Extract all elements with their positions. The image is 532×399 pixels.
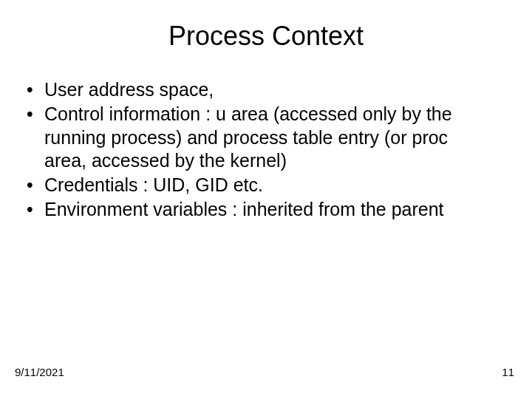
list-item: Control information : u area (accessed o… [24,103,488,172]
footer: 9/11/2021 11 [15,366,514,378]
list-item: User address space, [24,78,488,101]
footer-page-number: 11 [502,366,514,378]
page-title: Process Context [15,21,517,52]
bullet-list: User address space, Control information … [24,78,488,222]
content-area: User address space, Control information … [15,78,517,222]
footer-date: 9/11/2021 [15,366,64,378]
slide: Process Context User address space, Cont… [0,0,532,399]
list-item: Environment variables : inherited from t… [24,198,488,221]
list-item: Credentials : UID, GID etc. [24,174,488,197]
